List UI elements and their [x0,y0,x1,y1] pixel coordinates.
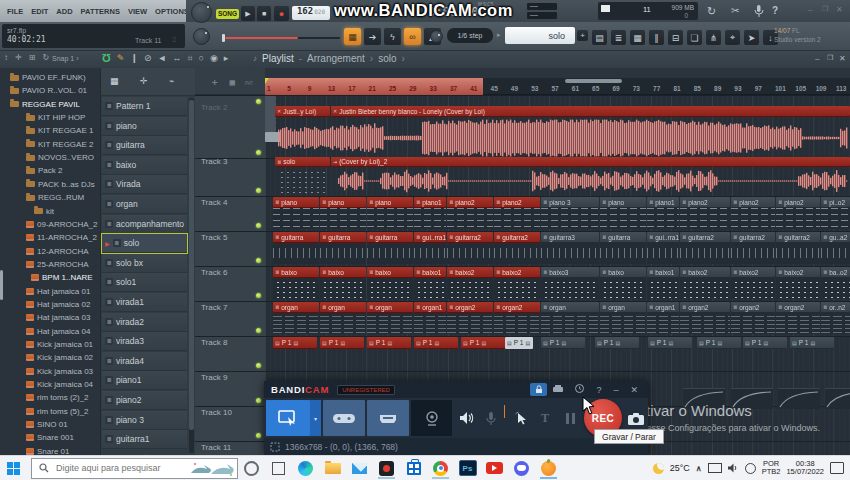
grid-icon[interactable]: ⊞ [29,53,36,62]
browser-item[interactable]: KIT REGGAE 2 [0,138,100,151]
playlist-maximize-icon[interactable]: ❐ [827,54,833,62]
breadcrumb-pattern[interactable]: solo [378,53,396,64]
pattern-clip[interactable]: ▤P 1▤ [743,337,787,349]
track-led[interactable] [256,99,261,104]
pattern-item[interactable]: ≣Pattern 1 [102,97,187,116]
pattern-menu-icon[interactable]: ≣ [105,435,113,443]
track-name-label[interactable]: Track 11 [201,443,231,452]
pattern-clip[interactable]: ✕Justi..y Loi) [275,106,330,117]
pattern-menu-icon[interactable]: ≣ [105,122,113,130]
pattern-clip[interactable]: ▤P 1▤ [367,337,411,349]
pattern-clip[interactable]: ≣gui..rra1 [647,232,679,243]
track-led[interactable] [256,363,261,368]
browser-item[interactable]: Snare 01 [0,445,100,455]
track-led[interactable] [256,328,261,333]
pattern-clip[interactable]: ≣baixo2 [680,267,730,278]
breadcrumb[interactable]: ♪ Playlist - Arrangement › solo › [253,53,405,64]
playback-tool-icon[interactable]: ▸ [224,53,229,63]
speaker-icon[interactable] [454,400,478,436]
automation-clip[interactable] [825,388,850,409]
refresh-icon[interactable]: ↻ [42,53,49,62]
track-name-label[interactable]: Track 4 [201,198,227,207]
pattern-clip[interactable]: ≣guitarra2 [494,232,540,243]
add-icon[interactable]: ✛ [15,53,22,62]
audio-clip[interactable]: ▤P 1▤ [505,337,533,349]
pattern-clip[interactable]: ≣guitarra [600,232,646,243]
pause-icon[interactable] [558,400,582,436]
tempo-tap-icon[interactable]: ⊟ [668,30,683,45]
pattern-clip[interactable]: ≣piano [367,197,413,208]
slip-tool-icon[interactable]: ↔ [172,53,181,63]
pattern-clip[interactable]: ≣piano 3 [541,197,599,208]
pattern-item[interactable]: ▶≣solo [102,234,187,253]
pattern-clip[interactable]: ≣guitarra2 [680,232,730,243]
playlist-minimize-icon[interactable]: – [815,54,819,63]
webcam-button[interactable] [411,400,452,436]
pattern-clip[interactable]: ≣solo [275,157,330,167]
pattern-menu-icon[interactable]: ≣ [105,396,113,404]
menu-add[interactable]: ADD [56,7,72,16]
edge-icon[interactable] [292,457,319,479]
screen-recording-mode-button[interactable] [266,400,310,436]
track-name-label[interactable]: Track 8 [201,338,227,347]
snap-mode-label[interactable]: Snap 1 › [52,55,78,62]
browser-item[interactable]: Kick jamaica 04 [0,378,100,391]
zoom-tool-icon[interactable]: ◉ [210,53,218,63]
master-volume-slider[interactable] [222,37,340,39]
tempo-display[interactable]: 162 020 [292,6,330,20]
browser-item[interactable]: Hat jamaica 01 [0,285,100,298]
fl-maximize-icon[interactable]: ❐ [822,5,828,13]
schedule-icon[interactable] [575,384,584,395]
pattern-menu-icon[interactable]: ≣ [105,337,113,345]
help-icon[interactable]: ? [772,5,778,16]
select-tool-icon[interactable]: ○ [198,53,203,63]
browser-item[interactable]: 09-ARROCHA_2 [0,218,100,231]
browser-item[interactable]: KIT REGGAE 1 [0,124,100,137]
draw-tool-icon[interactable]: ✎ [117,53,125,63]
browser-item[interactable]: Kick jamaica 03 [0,365,100,378]
project-info-icon[interactable]: ❏ [687,30,702,45]
pattern-clip[interactable]: ▤P 1▤ [595,337,639,349]
file-explorer-icon[interactable] [319,457,346,479]
browser-item[interactable]: PACK b..as DJs [0,178,100,191]
pattern-prev-icon[interactable]: ▸ [497,31,501,39]
pattern-clip[interactable]: ≣gui..rra1 [414,232,446,243]
pattern-clip[interactable]: ≣organ [320,302,366,313]
scroll-icon[interactable]: ↕ [4,53,8,62]
track-name-label[interactable]: Track 7 [201,303,227,312]
browser-item[interactable]: NOVOS..VERO [0,151,100,164]
pattern-item[interactable]: ≣piano 3 [102,411,187,430]
browser-item[interactable]: SINO 01 [0,418,100,431]
paint-tool-icon[interactable]: ❙ [130,53,138,63]
bandicam-close-icon[interactable]: ✕ [630,385,638,395]
menu-view[interactable]: VIEW [128,7,147,16]
cpu-memory-panel[interactable]: 11 909 MB 0 [598,2,698,20]
pattern-clip[interactable]: ▤P 1▤ [461,337,505,349]
swing-knob[interactable] [430,30,443,43]
touch-controller-icon[interactable]: ⌖ [725,30,740,45]
bandicam-help-icon[interactable]: ? [596,385,601,395]
cortana-icon[interactable] [238,457,265,479]
slice-tool-icon[interactable]: ⌗ [187,53,192,64]
pattern-item[interactable]: ≣virada4 [102,352,187,371]
playhead-marker[interactable] [265,78,269,84]
pattern-clip[interactable]: ≣baixo [600,267,646,278]
pattern-item[interactable]: ≣acompanhamento [102,215,187,234]
pattern-clip[interactable]: ▤P 1▤ [790,337,834,349]
browser-item[interactable]: Hat jamaica 03 [0,311,100,324]
breadcrumb-window[interactable]: Playlist [262,53,294,64]
pattern-item[interactable]: ≣piano1 [102,371,187,390]
piano-roll-icon[interactable]: ≣ [611,30,626,45]
pattern-clip[interactable]: ≣organ [273,302,319,313]
pattern-clip[interactable]: ≣organ1 [647,302,679,313]
keys-icon[interactable]: ▦ [229,79,236,87]
pattern-clip[interactable]: ≣gu..a2 [821,232,850,243]
browser-item[interactable]: Kick jamaica 01 [0,338,100,351]
text-overlay-icon[interactable]: T [534,400,556,436]
bandicam-mic-icon[interactable] [480,400,502,436]
one-click-record-icon[interactable]: ➤ [744,30,759,45]
pattern-song-toggle-button[interactable]: ▦ [344,28,361,45]
mode-dropdown-icon[interactable]: ▾ [310,400,321,436]
pattern-clip[interactable]: ≣pi..o2 [821,197,850,208]
track-name-label[interactable]: Track 6 [201,268,227,277]
